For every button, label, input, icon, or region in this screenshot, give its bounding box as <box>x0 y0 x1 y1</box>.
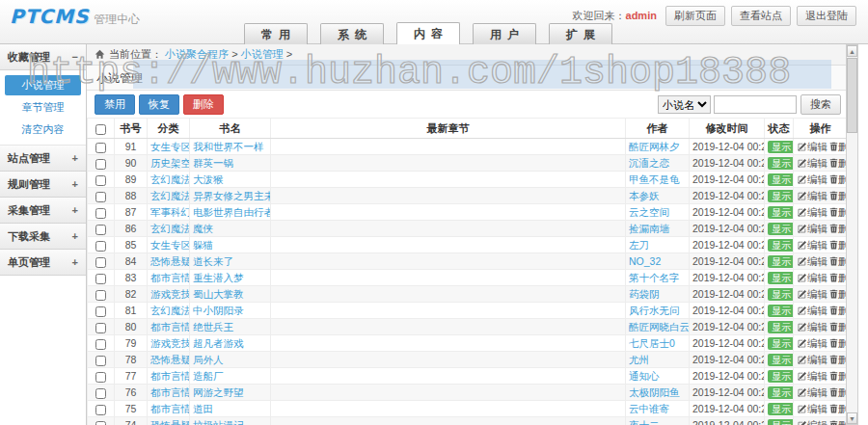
title-link[interactable]: 魔侠 <box>193 223 213 234</box>
title-link[interactable]: 大泼猴 <box>193 173 224 185</box>
delete-button[interactable]: 删除 <box>829 403 848 414</box>
status-badge[interactable]: 显示 <box>768 370 794 383</box>
expand-icon[interactable]: + <box>72 146 78 171</box>
author-link[interactable]: 夜十二 <box>629 419 660 425</box>
status-badge[interactable]: 显示 <box>768 223 794 235</box>
delete-button[interactable]: 删除 <box>829 206 848 218</box>
row-checkbox[interactable] <box>95 143 106 153</box>
expand-icon[interactable]: + <box>72 198 78 223</box>
delete-button[interactable]: 删除 <box>829 157 848 169</box>
status-badge[interactable]: 显示 <box>768 305 794 317</box>
category-link[interactable]: 玄幻魔法 <box>150 305 190 316</box>
search-input[interactable] <box>714 95 797 114</box>
search-button[interactable]: 搜索 <box>800 94 841 115</box>
author-link[interactable]: 通知心 <box>629 370 660 382</box>
scrollbar-thumb[interactable] <box>847 58 857 133</box>
edit-button[interactable]: 编辑 <box>798 223 827 234</box>
delete-button[interactable]: 删除 <box>829 255 848 267</box>
author-link[interactable]: 酷匠网晓白云 <box>629 321 690 332</box>
row-checkbox[interactable] <box>95 159 106 170</box>
author-link[interactable]: 云中谁寄 <box>629 403 669 414</box>
category-link[interactable]: 历史架空 <box>150 157 190 169</box>
sidebar-group-5[interactable]: 下载采集+ <box>0 224 86 250</box>
tab-extend[interactable]: 扩展 <box>549 23 612 44</box>
tab-system[interactable]: 系统 <box>320 23 384 44</box>
category-link[interactable]: 游戏竞技 <box>150 288 190 300</box>
row-checkbox[interactable] <box>95 241 106 252</box>
edit-button[interactable]: 编辑 <box>798 141 827 152</box>
author-link[interactable]: 左刀 <box>629 239 649 251</box>
status-badge[interactable]: 显示 <box>768 141 794 153</box>
category-link[interactable]: 女生专区 <box>150 141 190 152</box>
edit-button[interactable]: 编辑 <box>798 354 827 365</box>
edit-button[interactable]: 编辑 <box>798 386 827 398</box>
title-link[interactable]: 异界女修之男主未来 <box>193 190 271 201</box>
sidebar-item-章节管理[interactable]: 章节管理 <box>5 97 81 118</box>
author-link[interactable]: 本参妖 <box>629 190 660 201</box>
category-link[interactable]: 军事科幻 <box>150 206 190 218</box>
status-badge[interactable]: 显示 <box>768 403 794 415</box>
edit-button[interactable]: 编辑 <box>798 255 827 267</box>
edit-button[interactable]: 编辑 <box>798 206 827 218</box>
edit-button[interactable]: 编辑 <box>798 321 827 332</box>
title-link[interactable]: 中小阴阳录 <box>193 305 244 316</box>
delete-button[interactable]: 删除 <box>829 321 848 332</box>
category-link[interactable]: 恐怖悬疑 <box>150 419 190 425</box>
category-link[interactable]: 恐怖悬疑 <box>150 354 190 365</box>
sidebar-group-6[interactable]: 单页管理+ <box>0 250 86 276</box>
delete-button[interactable]: 删除 <box>829 190 848 201</box>
author-link[interactable]: NO_32 <box>629 255 661 267</box>
row-checkbox[interactable] <box>95 356 106 366</box>
edit-button[interactable]: 编辑 <box>798 370 827 382</box>
row-checkbox[interactable] <box>95 257 106 268</box>
title-link[interactable]: 垃圾站漫记 <box>193 419 244 425</box>
edit-button[interactable]: 编辑 <box>798 190 827 201</box>
category-link[interactable]: 玄幻魔法 <box>150 190 190 201</box>
row-checkbox[interactable] <box>95 306 106 317</box>
edit-button[interactable]: 编辑 <box>798 157 827 169</box>
status-badge[interactable]: 显示 <box>768 206 794 219</box>
author-link[interactable]: 药袋阴 <box>629 288 660 300</box>
row-checkbox[interactable] <box>95 405 106 415</box>
row-checkbox[interactable] <box>95 290 106 301</box>
row-checkbox[interactable] <box>95 388 106 399</box>
status-badge[interactable]: 显示 <box>768 321 794 333</box>
title-link[interactable]: 我和世界不一样 <box>193 141 264 152</box>
view-site-button[interactable]: 查看站点 <box>731 6 791 26</box>
title-link[interactable]: 重生潜入梦 <box>193 272 244 283</box>
status-badge[interactable]: 显示 <box>768 190 794 202</box>
status-badge[interactable]: 显示 <box>768 288 794 301</box>
row-checkbox[interactable] <box>95 372 106 383</box>
sidebar-item-清空内容[interactable]: 清空内容 <box>5 120 81 140</box>
delete-button[interactable]: 删除 <box>829 337 848 349</box>
breadcrumb-link-novel-admin[interactable]: 小说管理 <box>241 48 284 60</box>
category-link[interactable]: 都市言情 <box>150 321 190 332</box>
status-badge[interactable]: 显示 <box>768 354 794 366</box>
sidebar-group-2[interactable]: 站点管理+ <box>0 146 86 172</box>
tab-common[interactable]: 常用 <box>244 23 308 44</box>
author-link[interactable]: 云之空间 <box>629 206 669 218</box>
delete-button[interactable]: 删除 <box>829 386 848 398</box>
category-link[interactable]: 玄幻魔法 <box>150 173 190 185</box>
row-checkbox[interactable] <box>95 323 106 333</box>
delete-button[interactable]: 删除 <box>829 173 848 185</box>
status-badge[interactable]: 显示 <box>768 337 794 350</box>
author-link[interactable]: 酷匠网林夕 <box>629 141 680 152</box>
author-link[interactable]: 尤州 <box>629 354 649 365</box>
expand-icon[interactable]: + <box>72 250 78 275</box>
delete-button[interactable]: 删除 <box>829 305 848 316</box>
category-link[interactable]: 都市言情 <box>150 272 190 283</box>
title-link[interactable]: 电影世界自由行者 <box>193 206 271 218</box>
status-badge[interactable]: 显示 <box>768 272 794 284</box>
collapse-icon[interactable]: − <box>72 44 78 69</box>
row-checkbox[interactable] <box>95 225 106 235</box>
author-link[interactable]: 甲鱼不是龟 <box>629 173 680 185</box>
title-link[interactable]: 道长来了 <box>193 255 233 267</box>
row-checkbox[interactable] <box>95 421 106 425</box>
edit-button[interactable]: 编辑 <box>798 173 827 185</box>
edit-button[interactable]: 编辑 <box>798 419 827 425</box>
breadcrumb-link-program[interactable]: 小说聚合程序 <box>165 48 229 60</box>
title-link[interactable]: 局外人 <box>193 354 224 365</box>
status-badge[interactable]: 显示 <box>768 419 794 425</box>
edit-button[interactable]: 编辑 <box>798 272 827 283</box>
